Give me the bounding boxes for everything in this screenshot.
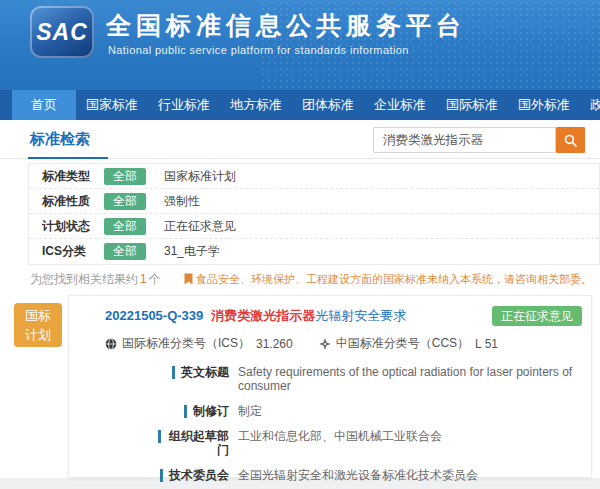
detail-row-english-title: 英文标题 Safety requirements of the optical … [69, 365, 591, 393]
filter-label: 标准类型 [42, 168, 104, 185]
results-count: 为您找到相关结果约1个 [30, 271, 161, 288]
ics-label: 国际标准分类号（ICS） [122, 335, 250, 352]
detail-value: 制定 [238, 404, 262, 418]
nav-item-enterprise-standards[interactable]: 企业标准 [364, 90, 436, 120]
detail-value: 工业和信息化部、中国机械工业联合会 [238, 429, 442, 443]
standard-type-badge[interactable]: 国标 计划 [14, 303, 62, 347]
globe-icon [105, 338, 122, 350]
ccs-label: 中国标准分类号（CCS） [336, 335, 469, 352]
filter-row-ics-category: ICS分类 全部 31_电子学 [29, 239, 599, 264]
site-title: 全国标准信息公共服务平台 [106, 9, 466, 42]
filter-option[interactable]: 国家标准计划 [164, 168, 236, 185]
bookmark-icon [184, 273, 196, 285]
ccs-value: L 51 [475, 337, 498, 351]
search-section: 标准检索 [0, 120, 600, 159]
filter-option[interactable]: 31_电子学 [164, 243, 220, 260]
site-subtitle: National public service platform for sta… [108, 44, 409, 56]
filter-option[interactable]: 强制性 [164, 193, 200, 210]
filter-all-badge[interactable]: 全部 [104, 218, 146, 235]
nav-item-industry-standards[interactable]: 行业标准 [148, 90, 220, 120]
search-input[interactable] [373, 127, 556, 153]
tab-standard-search[interactable]: 标准检索 [30, 130, 90, 149]
ics-value: 31.260 [256, 337, 293, 351]
detail-value: Safety requirements of the optical radia… [238, 365, 591, 393]
label-bar [158, 430, 161, 443]
search-icon [564, 134, 577, 147]
nav-item-international-standards[interactable]: 国际标准 [436, 90, 508, 120]
system-notice: 食品安全、环境保护、工程建设方面的国家标准未纳入本系统，请咨询相关部委。 [184, 272, 592, 287]
sac-logo-text: SAC [36, 19, 88, 46]
nav-item-group-standards[interactable]: 团体标准 [292, 90, 364, 120]
label-bar [184, 405, 187, 418]
card-details: 英文标题 Safety requirements of the optical … [69, 352, 591, 489]
title-keyword-highlight[interactable]: 消费类激光指示器 [211, 308, 315, 323]
filter-row-standard-nature: 标准性质 全部 强制性 [29, 189, 599, 214]
label-bar [172, 366, 175, 379]
results-count-number: 1 [138, 272, 149, 286]
card-meta-row: 国际标准分类号（ICS） 31.260 中国标准分类号（CCS） L 51 [69, 325, 591, 352]
filter-row-plan-status: 计划状态 全部 正在征求意见 [29, 214, 599, 239]
compass-diamond-icon [319, 338, 336, 350]
site-header: SAC 全国标准信息公共服务平台 National public service… [0, 0, 600, 90]
filter-label: ICS分类 [42, 243, 104, 260]
results-summary-row: 为您找到相关结果约1个 食品安全、环境保护、工程建设方面的国家标准未纳入本系统，… [0, 268, 600, 290]
detail-row-drafting-department: 组织起草部门 工业和信息化部、中国机械工业联合会 [69, 429, 591, 457]
main-nav: 首页 国家标准 行业标准 地方标准 团体标准 企业标准 国际标准 国外标准 政策… [0, 90, 600, 120]
standard-code-link[interactable]: 20221505-Q-339 [105, 308, 203, 323]
status-button[interactable]: 正在征求意见 [492, 306, 582, 326]
detail-row-technical-committee: 技术委员会 全国光辐射安全和激光设备标准化技术委员会 [69, 468, 591, 482]
filter-all-badge[interactable]: 全部 [104, 168, 146, 185]
card-title-row: 20221505-Q-339消费类激光指示器光辐射安全要求 正在征求意见 [69, 296, 591, 325]
filter-option[interactable]: 正在征求意见 [164, 218, 236, 235]
filter-all-badge[interactable]: 全部 [104, 243, 146, 260]
detail-value: 全国光辐射安全和激光设备标准化技术委员会 [238, 468, 478, 482]
nav-item-foreign-standards[interactable]: 国外标准 [508, 90, 580, 120]
filter-label: 标准性质 [42, 193, 104, 210]
tab-active-underline [28, 157, 108, 159]
filter-row-standard-type: 标准类型 全部 国家标准计划 [29, 164, 599, 189]
detail-row-revision-type: 制修订 制定 [69, 404, 591, 418]
title-rest[interactable]: 光辐射安全要求 [315, 308, 406, 323]
sac-logo[interactable]: SAC [30, 6, 94, 58]
label-bar [160, 469, 163, 482]
page: SAC 全国标准信息公共服务平台 National public service… [0, 0, 600, 489]
nav-item-home[interactable]: 首页 [12, 90, 76, 120]
filter-all-badge[interactable]: 全部 [104, 193, 146, 210]
filter-label: 计划状态 [42, 218, 104, 235]
nav-item-national-standards[interactable]: 国家标准 [76, 90, 148, 120]
result-card: 20221505-Q-339消费类激光指示器光辐射安全要求 正在征求意见 国际标… [68, 295, 592, 478]
filter-panel: 标准类型 全部 国家标准计划 标准性质 全部 强制性 计划状态 全部 正在征求意… [28, 163, 600, 265]
nav-item-local-standards[interactable]: 地方标准 [220, 90, 292, 120]
nav-item-policy-clipped[interactable]: 政策公告 [580, 90, 600, 120]
search-button[interactable] [556, 127, 585, 153]
